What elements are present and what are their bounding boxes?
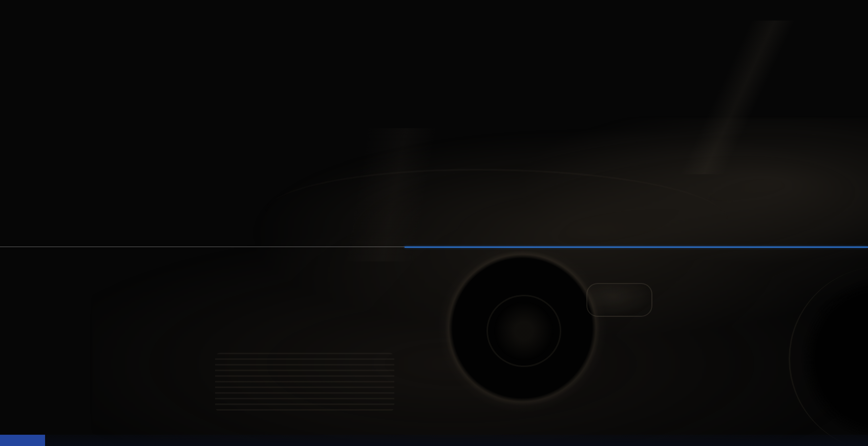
pane-divider[interactable]: [0, 247, 868, 248]
car-wallpaper: [0, 0, 868, 446]
status-bar: [0, 435, 868, 446]
car-roofline: [266, 169, 727, 262]
terminal-window: [0, 0, 868, 446]
pane-divider-active-segment: [405, 247, 868, 248]
car-body-shape: [92, 118, 868, 446]
car-wheel-hub: [486, 295, 561, 367]
car-reflection-streak: [215, 128, 574, 261]
car-rear-wheel: [425, 236, 620, 420]
car-reflection-streak: [609, 21, 868, 174]
car-grille: [215, 353, 394, 412]
status-bar-accent: [0, 435, 45, 446]
car-headlight: [586, 283, 652, 317]
car-front-wheel-arch: [789, 267, 868, 446]
